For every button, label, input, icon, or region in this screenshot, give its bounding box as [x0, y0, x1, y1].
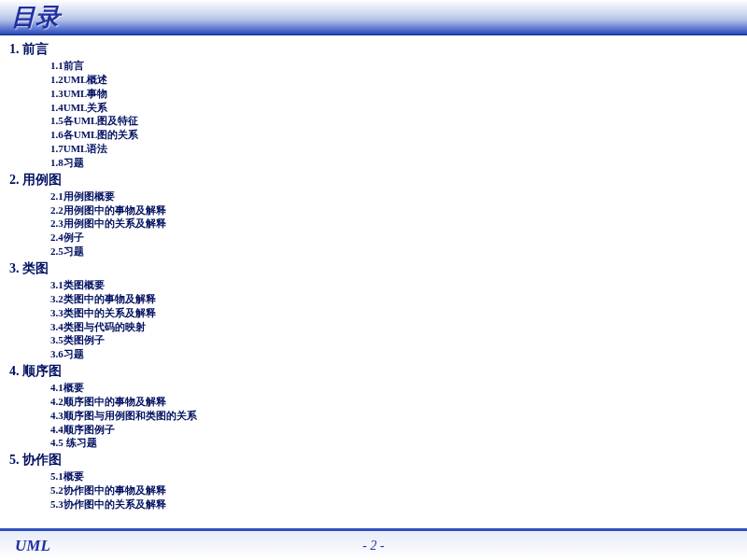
toc-subsection: 1.7UML语法 [50, 142, 738, 156]
toc-subsections: 1.1前言 1.2UML概述 1.3UML事物 1.4UML关系 1.5各UML… [9, 59, 738, 170]
toc-section-title: 2. 用例图 [9, 172, 738, 189]
toc-subsection: 2.5习题 [50, 245, 738, 259]
toc-section-title: 1. 前言 [9, 41, 738, 58]
page-number: - 2 - [362, 539, 384, 553]
toc-subsection: 1.6各UML图的关系 [50, 128, 738, 142]
page-title: 目录 [11, 1, 60, 34]
toc-subsection: 3.6习题 [50, 347, 738, 361]
toc-subsection: 1.4UML关系 [50, 101, 738, 115]
toc-subsection: 2.4例子 [50, 231, 738, 245]
toc-section-title: 5. 协作图 [9, 452, 738, 469]
toc-section: 3. 类图 3.1类图概要 3.2类图中的事物及解释 3.3类图中的关系及解释 … [9, 260, 738, 361]
toc-section-title: 4. 顺序图 [9, 363, 738, 380]
toc-subsection: 4.4顺序图例子 [50, 423, 738, 437]
toc-subsection: 1.5各UML图及特征 [50, 114, 738, 128]
toc-content: 1. 前言 1.1前言 1.2UML概述 1.3UML事物 1.4UML关系 1… [0, 35, 747, 521]
toc-subsection: 3.3类图中的关系及解释 [50, 306, 738, 320]
toc-subsections: 3.1类图概要 3.2类图中的事物及解释 3.3类图中的关系及解释 3.4类图与… [9, 278, 738, 361]
toc-subsection: 3.5类图例子 [50, 333, 738, 347]
toc-subsection: 1.3UML事物 [50, 87, 738, 101]
toc-subsection: 1.1前言 [50, 59, 738, 73]
toc-subsection: 4.2顺序图中的事物及解释 [50, 395, 738, 409]
toc-subsection: 1.2UML概述 [50, 73, 738, 87]
toc-subsection: 4.1概要 [50, 381, 738, 395]
toc-subsection: 1.8习题 [50, 156, 738, 170]
toc-subsection: 2.2用例图中的事物及解释 [50, 203, 738, 217]
header-bar: 目录 [0, 0, 747, 35]
toc-subsections: 5.1概要 5.2协作图中的事物及解释 5.3协作图中的关系及解释 [9, 469, 738, 511]
toc-subsection: 2.3用例图中的关系及解释 [50, 217, 738, 231]
footer-label: UML [15, 537, 50, 555]
toc-subsection: 2.1用例图概要 [50, 189, 738, 203]
footer-bar: UML - 2 - [0, 528, 747, 560]
toc-section: 4. 顺序图 4.1概要 4.2顺序图中的事物及解释 4.3顺序图与用例图和类图… [9, 363, 738, 450]
toc-subsection: 4.5 练习题 [50, 436, 738, 450]
toc-subsection: 5.2协作图中的事物及解释 [50, 483, 738, 497]
toc-subsection: 5.3协作图中的关系及解释 [50, 497, 738, 511]
toc-section: 2. 用例图 2.1用例图概要 2.2用例图中的事物及解释 2.3用例图中的关系… [9, 172, 738, 259]
toc-subsections: 2.1用例图概要 2.2用例图中的事物及解释 2.3用例图中的关系及解释 2.4… [9, 189, 738, 259]
toc-subsection: 4.3顺序图与用例图和类图的关系 [50, 409, 738, 423]
toc-subsections: 4.1概要 4.2顺序图中的事物及解释 4.3顺序图与用例图和类图的关系 4.4… [9, 381, 738, 450]
toc-subsection: 5.1概要 [50, 469, 738, 483]
toc-subsection: 3.2类图中的事物及解释 [50, 292, 738, 306]
toc-section: 5. 协作图 5.1概要 5.2协作图中的事物及解释 5.3协作图中的关系及解释 [9, 452, 738, 511]
toc-subsection: 3.4类图与代码的映射 [50, 320, 738, 334]
toc-section-title: 3. 类图 [9, 260, 738, 277]
toc-subsection: 3.1类图概要 [50, 278, 738, 292]
toc-section: 1. 前言 1.1前言 1.2UML概述 1.3UML事物 1.4UML关系 1… [9, 41, 738, 170]
